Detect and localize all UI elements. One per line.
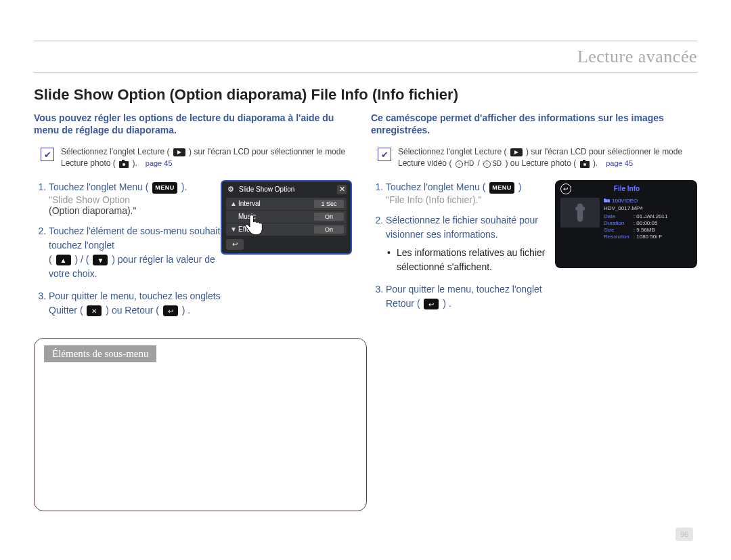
arrow-up-button[interactable]: ▲ bbox=[56, 255, 71, 265]
meta-val: 9.56MB bbox=[634, 227, 692, 233]
section-title: Lecture avancée bbox=[577, 47, 697, 66]
panel-close-icon[interactable]: ✕ bbox=[337, 185, 347, 194]
panel-row-effect[interactable]: ▼ Effect On bbox=[226, 223, 347, 236]
submenu-box: Éléments de sous-menu bbox=[34, 338, 367, 511]
row-label: Music bbox=[238, 213, 314, 220]
text: ) bbox=[518, 181, 522, 192]
page-ref: page 45 bbox=[606, 159, 633, 167]
right-prereq-box: ✔ Sélectionnez l'onglet Lecture ( ) sur … bbox=[378, 146, 697, 169]
back-button[interactable]: ↩ bbox=[424, 299, 439, 309]
row-value: On bbox=[314, 225, 344, 234]
sd-icon: iSD bbox=[483, 159, 502, 169]
left-prereq-box: ✔ Sélectionnez l'onglet Lecture ( ) sur … bbox=[41, 146, 360, 169]
page-number: 96 bbox=[675, 527, 693, 541]
text: Sélectionnez l'onglet Lecture ( bbox=[398, 147, 506, 156]
meta-key: Duration bbox=[604, 220, 629, 226]
folder-icon bbox=[604, 198, 610, 203]
panel-row-music[interactable]: Music On bbox=[226, 211, 347, 223]
svg-point-9 bbox=[583, 163, 586, 166]
text: ). bbox=[593, 158, 598, 168]
meta-val: 01.JAN.2011 bbox=[634, 213, 692, 219]
row-value: On bbox=[314, 213, 344, 221]
panel-back-button[interactable]: ↩ bbox=[226, 239, 244, 250]
text-muted: "Slide Show Option bbox=[49, 194, 130, 205]
left-prereq-text: Sélectionnez l'onglet Lecture ( ) sur l'… bbox=[61, 146, 360, 169]
back-button[interactable]: ↩ bbox=[163, 305, 178, 316]
arrow-down-button[interactable]: ▼ bbox=[93, 255, 108, 265]
close-button[interactable]: ✕ bbox=[87, 305, 102, 316]
text: ) . bbox=[182, 305, 190, 316]
meta-key: Size bbox=[604, 227, 629, 233]
photo-mode-icon bbox=[580, 160, 590, 168]
panel-back-icon[interactable]: ↩ bbox=[560, 184, 571, 194]
text: ) ou Lecture photo ( bbox=[505, 158, 576, 168]
play-tab-icon bbox=[173, 148, 185, 156]
submenu-title: Éléments de sous-menu bbox=[44, 345, 156, 362]
file-thumbnail bbox=[560, 198, 600, 228]
text: ) pour régler la valeur de votre choix. bbox=[49, 254, 215, 279]
meta-key: Date bbox=[604, 213, 629, 219]
play-tab-icon bbox=[510, 148, 523, 156]
row-label: Effect bbox=[238, 225, 314, 233]
text: Pour quitter le menu, touchez l'onglet R… bbox=[386, 284, 542, 309]
check-icon: ✔ bbox=[378, 148, 391, 161]
photo-mode-icon bbox=[119, 160, 129, 168]
slide-show-option-panel: ⚙ Slide Show Option ✕ ▲ Interval 1 Sec M… bbox=[221, 180, 352, 255]
meta-key: Resolution bbox=[604, 234, 629, 240]
text: ). bbox=[181, 181, 187, 192]
check-icon: ✔ bbox=[41, 148, 54, 161]
page-header: Lecture avancée bbox=[34, 41, 697, 73]
page-ref: page 45 bbox=[146, 159, 173, 167]
svg-point-4 bbox=[123, 163, 125, 166]
text: Touchez l'onglet Menu ( bbox=[386, 181, 485, 192]
text: Touchez l'onglet Menu ( bbox=[49, 181, 148, 192]
text: ) / ( bbox=[74, 254, 89, 265]
row-value: 1 Sec bbox=[314, 200, 344, 208]
panel-title: File Info bbox=[571, 185, 682, 192]
left-lead: Vous pouvez régler les options de lectur… bbox=[34, 112, 360, 137]
panel-title: Slide Show Option bbox=[239, 186, 334, 193]
menu-badge: MENU bbox=[152, 182, 177, 194]
meta-val: 1080 50i F bbox=[634, 234, 692, 240]
file-name: HDV_0017.MP4 bbox=[604, 205, 692, 211]
text: ) . bbox=[443, 298, 451, 309]
page-title: Slide Show Option (Option diaporama) Fil… bbox=[34, 85, 697, 105]
svg-rect-8 bbox=[583, 160, 585, 162]
right-prereq-text: Sélectionnez l'onglet Lecture ( ) sur l'… bbox=[398, 146, 697, 169]
text: Touchez l'élément de sous-menu souhaité … bbox=[49, 225, 236, 251]
svg-rect-3 bbox=[122, 160, 125, 162]
right-lead: Ce caméscope permet d'afficher des infor… bbox=[371, 112, 697, 137]
text: ( bbox=[49, 254, 52, 265]
bullet-info: Les informations relatives au fichier sé… bbox=[397, 246, 560, 274]
text-muted: "File Info (Info fichier)." bbox=[386, 194, 481, 205]
right-steps: Touchez l'onglet Menu ( MENU ) "File Inf… bbox=[371, 180, 560, 311]
menu-badge: MENU bbox=[489, 182, 514, 194]
text: Sélectionnez l'onglet Lecture ( bbox=[61, 147, 169, 156]
hd-icon: iHD bbox=[456, 159, 474, 169]
row-label: Interval bbox=[238, 200, 314, 207]
folder-label: 100VIDEO bbox=[604, 198, 692, 204]
text: Sélectionnez le fichier souhaité pour vi… bbox=[386, 215, 538, 240]
meta-val: 00:00:05 bbox=[634, 220, 692, 226]
text: ). bbox=[132, 158, 137, 168]
panel-row-interval[interactable]: ▲ Interval 1 Sec bbox=[226, 198, 347, 211]
text: ) ou Retour ( bbox=[106, 305, 159, 316]
gear-icon: ⚙ bbox=[226, 185, 236, 194]
text: (Option diaporama)." bbox=[49, 205, 136, 216]
left-steps: Touchez l'onglet Menu ( MENU ). "Slide S… bbox=[34, 180, 237, 318]
file-info-panel: ↩ File Info 100VIDEO H bbox=[555, 180, 697, 268]
